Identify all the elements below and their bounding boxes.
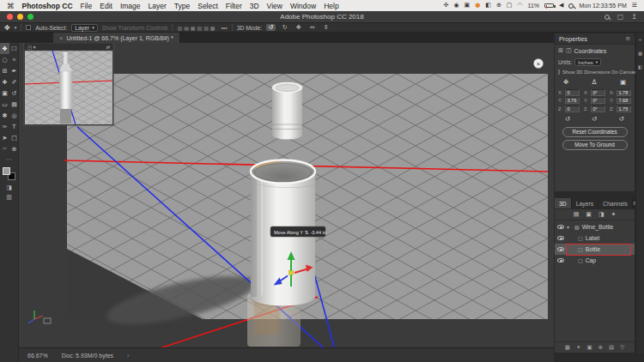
tab-3d[interactable]: 3D (555, 198, 572, 208)
panel-footer-delete-icon[interactable]: ▽ (620, 344, 624, 351)
3d-pan-mode-icon[interactable]: ✥ (294, 24, 303, 31)
path-select-tool[interactable]: ➤ (0, 132, 9, 143)
dock-panel-icon-1[interactable]: ▦ (638, 51, 642, 56)
quick-select-tool[interactable]: ✧ (9, 54, 19, 65)
wifi-icon[interactable]: ◠ (517, 0, 522, 11)
edit-toolbar-icon[interactable]: ⋯ (0, 154, 18, 164)
panel-footer-scene-icon[interactable]: ▦ (565, 344, 570, 351)
gizmo-center-handle[interactable] (289, 271, 294, 275)
filter-meshes-icon[interactable]: ▣ (586, 211, 592, 218)
menu-file[interactable]: File (81, 2, 93, 10)
secondary-view-swap-icon[interactable]: ⇄ (106, 45, 110, 50)
more-options-icon[interactable]: ••• (221, 25, 227, 31)
secondary-view-panel[interactable]: ◳ ▾ ⇄ (24, 43, 113, 125)
scene-item-label-mesh[interactable]: ▢ Label (555, 232, 635, 244)
dock-panel-icon-2[interactable]: ◧ (638, 64, 642, 69)
zoom-tool[interactable]: ⊕ (9, 143, 19, 154)
healing-brush-tool[interactable]: ✚ (0, 76, 9, 87)
scene-item-cap-mesh[interactable]: ▢ Cap (555, 255, 635, 266)
secondary-view-camera-icon[interactable]: ◳ ▾ (27, 45, 36, 50)
tray-icon-7[interactable]: ▢ (507, 0, 513, 11)
volume-icon[interactable]: ◀ (559, 0, 563, 11)
close-document-icon[interactable]: × (59, 34, 63, 42)
workspace-icon[interactable]: ▢ (617, 13, 624, 21)
reset-coordinates-button[interactable]: Reset Coordinates (562, 127, 628, 137)
pen-tool[interactable]: ✑ (0, 121, 9, 132)
scale-y-field[interactable]: 7.68 (617, 97, 631, 104)
menu-view[interactable]: View (267, 2, 283, 10)
scene-item-wine-bottle[interactable]: ▾ ▧ Wine_Bottle (555, 221, 635, 232)
3d-dolly-mode-icon[interactable]: ⇕ (321, 24, 331, 31)
marquee-tool[interactable]: ☐ (9, 43, 19, 54)
apple-menu-icon[interactable]: ⌘ (7, 2, 15, 10)
app-menu[interactable]: Photoshop CC (22, 2, 73, 10)
3d-orbit-mode-icon[interactable]: ↺ (266, 24, 276, 31)
scale-z-field[interactable]: 1.75 (617, 106, 631, 112)
scale-x-field[interactable]: 1.78 (617, 89, 631, 96)
auto-select-dropdown[interactable]: Layer ▾ (71, 24, 98, 32)
spotlight-icon[interactable] (568, 3, 574, 9)
panel-footer-material-icon[interactable]: ▣ (586, 344, 592, 351)
position-y-field[interactable]: 3.76 (565, 97, 580, 104)
3d-slide-mode-icon[interactable]: ⇔ (307, 24, 317, 31)
reset-x-rotation-icon[interactable]: ↺ (565, 115, 570, 123)
canvas-3d-viewport[interactable]: Move Along Y⇅-3.44 in ◳ ▾ ⇄ (19, 43, 554, 347)
foreground-color-swatch[interactable] (3, 167, 10, 175)
menu-clock[interactable]: Mon 12:33:55 PM (579, 3, 626, 9)
tab-channels[interactable]: Channels (598, 198, 633, 208)
tool-preset-caret-icon[interactable]: ▾ (15, 25, 17, 30)
rotation-x-field[interactable]: 0° (591, 89, 605, 96)
filter-materials-icon[interactable]: ◨ (598, 211, 605, 218)
position-x-field[interactable]: 0 (565, 89, 580, 96)
units-dropdown[interactable]: Inches ▾ (574, 58, 601, 66)
visibility-eye-icon[interactable] (557, 247, 564, 251)
brush-tool[interactable]: ✐ (9, 76, 19, 87)
hand-tool[interactable]: ☞ (0, 143, 9, 154)
3d-roll-mode-icon[interactable]: ↻ (280, 24, 289, 31)
move-to-ground-button[interactable]: Move To Ground (562, 140, 628, 150)
document-tab[interactable]: × Untitled-1 @ 66.7% (Layer 1, RGB/8#) * (53, 33, 180, 43)
screen-mode-icon[interactable]: ▥ (0, 192, 18, 202)
rotation-y-field[interactable]: 0° (591, 97, 605, 104)
notification-center-icon[interactable]: ☰ (632, 0, 637, 11)
dodge-tool[interactable]: ◎ (9, 110, 19, 121)
align-icons[interactable]: ▥▤▦▧▨▩ (177, 25, 216, 31)
menu-window[interactable]: Window (290, 2, 316, 10)
menu-layer[interactable]: Layer (149, 2, 167, 10)
gradient-tool[interactable]: ▤ (9, 99, 19, 110)
auto-select-checkbox[interactable] (26, 25, 31, 30)
menu-image[interactable]: Image (120, 2, 141, 10)
history-brush-tool[interactable]: ↺ (9, 87, 19, 99)
panel-footer-light-icon[interactable]: ✦ (576, 344, 580, 351)
tray-icon-4[interactable]: ● (475, 0, 480, 11)
expand-caret-icon[interactable]: ▾ (567, 224, 572, 230)
menu-3d[interactable]: 3D (250, 2, 259, 10)
panel-menu-icon[interactable]: ≡ (625, 35, 630, 42)
type-tool[interactable]: T (9, 121, 19, 132)
menu-type[interactable]: Type (174, 2, 190, 10)
tray-icon-2[interactable]: ◉ (453, 0, 459, 11)
scene-item-bottle-mesh[interactable]: ▢ Bottle (555, 244, 635, 255)
clone-stamp-tool[interactable]: ▣ (0, 87, 9, 99)
tab-layers[interactable]: Layers (572, 198, 598, 208)
visibility-eye-icon[interactable] (557, 225, 564, 229)
visibility-eye-icon[interactable] (557, 236, 564, 240)
battery-icon[interactable] (544, 3, 554, 8)
share-icon[interactable]: ↥ (631, 13, 637, 21)
eyedropper-tool[interactable]: ✒ (9, 65, 19, 76)
lasso-tool[interactable]: ○ (0, 54, 9, 65)
move-tool[interactable]: ✥ (0, 43, 9, 54)
filter-lights-icon[interactable]: ✦ (611, 211, 617, 218)
menu-filter[interactable]: Filter (226, 2, 242, 10)
shape-tool[interactable]: □ (9, 132, 19, 143)
zoom-level[interactable]: 66.67% (27, 353, 48, 359)
rotation-z-field[interactable]: 0° (591, 106, 605, 112)
blur-tool[interactable]: ✽ (0, 110, 9, 121)
status-options-chevron-icon[interactable]: › (127, 353, 129, 359)
menu-edit[interactable]: Edit (100, 2, 112, 10)
visibility-eye-icon[interactable] (557, 258, 564, 262)
menu-help[interactable]: Help (324, 2, 338, 10)
search-icon[interactable] (605, 15, 610, 20)
axis-orientation-widget[interactable] (28, 311, 51, 323)
collapse-panels-icon[interactable]: « (639, 37, 641, 42)
